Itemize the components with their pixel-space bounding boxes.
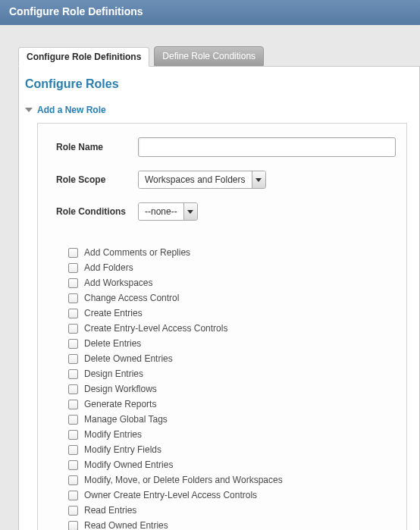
section-title: Configure Roles [25,77,407,91]
role-scope-select[interactable]: Workspaces and Folders [138,171,266,189]
permission-item: Create Entries [68,307,396,319]
permission-checkbox[interactable] [68,369,78,379]
permission-checkbox[interactable] [68,248,78,258]
permission-label: Add Workspaces [84,277,153,289]
content-area: Configure Role Definitions Define Role C… [0,25,420,530]
accordion-add-new-role[interactable]: Add a New Role [25,105,407,115]
tab-define-role-conditions[interactable]: Define Role Conditions [154,46,264,66]
permission-label: Modify, Move, or Delete Folders and Work… [84,474,283,486]
row-role-name: Role Name [56,137,396,157]
permission-label: Manage Global Tags [84,413,168,425]
permission-label: Design Workflows [84,383,157,395]
chevron-down-icon [255,178,262,182]
accordion-label: Add a New Role [37,105,106,115]
permission-label: Add Folders [84,262,133,274]
permission-checkbox[interactable] [68,384,78,394]
role-form: Role Name Role Scope Workspaces and Fold… [37,123,407,530]
permission-label: Owner Create Entry-Level Access Controls [84,489,257,501]
permission-checkbox[interactable] [68,506,78,516]
role-conditions-value: --none-- [139,203,183,220]
permission-label: Change Access Control [84,292,179,304]
permission-checkbox[interactable] [68,521,78,531]
permission-checkbox[interactable] [68,415,78,425]
permission-item: Manage Global Tags [68,413,396,425]
permission-label: Design Entries [84,368,143,380]
row-role-scope: Role Scope Workspaces and Folders [56,171,396,189]
permission-item: Read Entries [68,504,396,516]
tab-configure-role-definitions[interactable]: Configure Role Definitions [18,47,149,67]
permission-label: Modify Entries [84,428,142,441]
permission-label: Modify Entry Fields [84,444,161,456]
permission-checkbox[interactable] [68,491,78,500]
role-scope-value: Workspaces and Folders [139,171,252,188]
permission-item: Add Workspaces [68,277,396,289]
permission-label: Read Owned Entries [84,519,168,530]
tab-label: Define Role Conditions [162,51,255,61]
chevron-down-icon [25,108,33,112]
permission-checkbox[interactable] [68,445,78,455]
permission-item: Delete Owned Entries [68,353,396,365]
permission-item: Delete Entries [68,337,396,350]
chevron-down-icon [187,210,193,214]
permission-label: Add Comments or Replies [84,246,190,259]
permission-item: Create Entry-Level Access Controls [68,322,396,334]
permission-checkbox[interactable] [68,460,78,470]
permission-checkbox[interactable] [68,263,78,273]
permissions-list: Add Comments or RepliesAdd FoldersAdd Wo… [68,246,396,530]
permission-item: Design Workflows [68,383,396,395]
permission-item: Modify Owned Entries [68,459,396,471]
permission-item: Modify, Move, or Delete Folders and Work… [68,474,396,486]
role-conditions-select[interactable]: --none-- [138,202,198,221]
permission-checkbox[interactable] [68,278,78,288]
permission-item: Generate Reports [68,398,396,410]
permission-item: Owner Create Entry-Level Access Controls [68,489,396,501]
dropdown-button[interactable] [252,171,265,188]
permission-checkbox[interactable] [68,339,78,349]
permission-label: Create Entries [84,307,143,319]
row-role-conditions: Role Conditions --none-- [56,202,396,221]
permission-item: Read Owned Entries [68,519,396,530]
permission-item: Modify Entries [68,428,396,441]
permission-label: Delete Owned Entries [84,353,173,365]
permission-checkbox[interactable] [68,309,78,318]
page-header-title: Configure Role Definitions [9,5,143,17]
permission-checkbox[interactable] [68,400,78,409]
role-name-input[interactable] [138,137,396,157]
tab-row: Configure Role Definitions Define Role C… [18,46,420,66]
page-header: Configure Role Definitions [0,0,420,25]
main-panel: Configure Roles Add a New Role Role Name… [18,66,420,530]
permission-checkbox[interactable] [68,354,78,364]
tab-label: Configure Role Definitions [27,52,141,62]
permission-label: Create Entry-Level Access Controls [84,322,227,334]
permission-item: Change Access Control [68,292,396,304]
permission-item: Add Folders [68,262,396,274]
permission-item: Add Comments or Replies [68,246,396,259]
label-role-name: Role Name [56,142,138,152]
permission-item: Modify Entry Fields [68,444,396,456]
label-role-conditions: Role Conditions [56,206,138,217]
permission-item: Design Entries [68,368,396,380]
permission-checkbox[interactable] [68,430,78,440]
permission-label: Read Entries [84,504,136,516]
permission-label: Delete Entries [84,337,141,350]
permission-label: Modify Owned Entries [84,459,173,471]
permission-label: Generate Reports [84,398,156,410]
permission-checkbox[interactable] [68,293,78,303]
label-role-scope: Role Scope [56,174,138,185]
permission-checkbox[interactable] [68,324,78,334]
permission-checkbox[interactable] [68,475,78,485]
dropdown-button[interactable] [183,203,197,220]
